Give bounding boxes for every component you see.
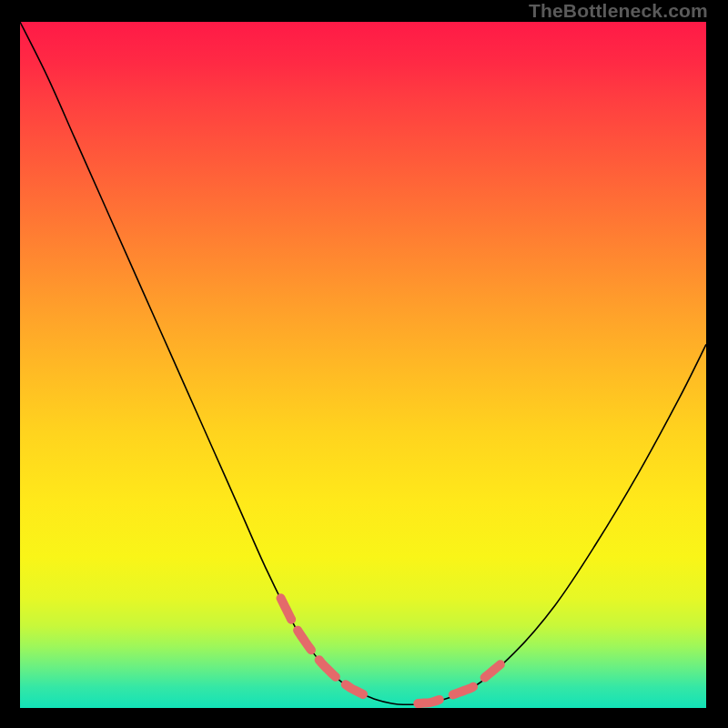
curve-layer (20, 22, 706, 708)
highlight-dash-left (281, 598, 363, 694)
plot-area (20, 22, 706, 708)
bottleneck-curve (20, 22, 706, 704)
highlight-dash-right (418, 664, 500, 703)
chart-frame (18, 20, 708, 710)
watermark-text: TheBottleneck.com (529, 0, 708, 22)
